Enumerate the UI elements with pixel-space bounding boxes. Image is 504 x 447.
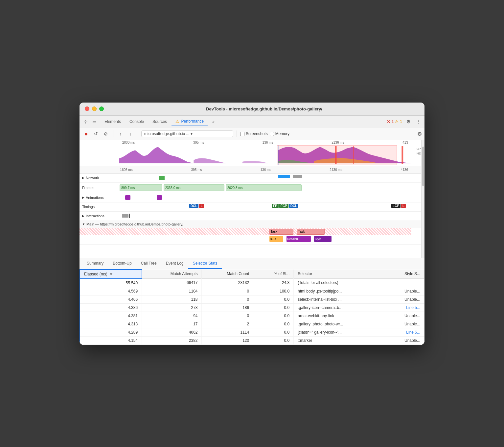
cell-match-att-4: 94 bbox=[142, 312, 202, 320]
table-row: 55.540 66417 23132 24.3 (Totals for all … bbox=[80, 279, 424, 287]
cell-match-cnt-6: 1114 bbox=[202, 328, 253, 336]
tab-selector-stats[interactable]: Selector Stats bbox=[188, 258, 222, 269]
col-style-s[interactable]: Style S... bbox=[384, 270, 424, 279]
settings-gear[interactable]: ⚙ bbox=[417, 131, 422, 137]
close-button[interactable] bbox=[85, 106, 89, 111]
cell-style-3[interactable]: Line 5... bbox=[384, 303, 424, 312]
timeline-scrollbar[interactable] bbox=[421, 140, 424, 258]
cell-style-1: Unable... bbox=[384, 287, 424, 295]
sub-task-1: R...s bbox=[269, 236, 283, 242]
col-match-count[interactable]: Match Count bbox=[202, 270, 253, 279]
ruler-mark-5: 413 bbox=[402, 141, 408, 144]
svg-rect-2 bbox=[401, 146, 403, 164]
devtools-window: DevTools - microsoftedge.github.io/Demos… bbox=[80, 103, 424, 345]
svg-rect-1 bbox=[353, 146, 354, 164]
animations-expand-icon[interactable]: ▶ bbox=[82, 196, 84, 199]
cell-match-att-7: 2382 bbox=[142, 336, 202, 344]
col-elapsed-label: Elapsed (ms) bbox=[84, 272, 107, 276]
minimize-button[interactable] bbox=[92, 106, 97, 111]
cell-style-7: Unable... bbox=[384, 336, 424, 344]
device-toolbar-icon[interactable]: ▭ bbox=[91, 118, 98, 125]
tab-call-tree[interactable]: Call Tree bbox=[136, 258, 161, 269]
window-title: DevTools - microsoftedge.github.io/Demos… bbox=[109, 106, 419, 111]
cell-selector-5: .gallery .photo .photo-wr... bbox=[294, 320, 384, 328]
cell-match-att-5: 17 bbox=[142, 320, 202, 328]
timings-data: DCL L FP FCP DCL LCP L bbox=[119, 202, 424, 211]
memory-checkbox[interactable] bbox=[270, 132, 274, 136]
record-button[interactable]: ● bbox=[82, 130, 90, 138]
settings-icon[interactable]: ⚙ bbox=[405, 118, 412, 125]
table-row: 4.466 118 0 0.0 select:-internal-list-bo… bbox=[80, 295, 424, 303]
url-dropdown-icon: ▾ bbox=[191, 131, 193, 136]
inspect-icon[interactable]: ⊹ bbox=[82, 118, 89, 125]
task-bar-2: Task bbox=[297, 229, 325, 235]
upload-button[interactable]: ↑ bbox=[117, 130, 125, 138]
table-row: 4.289 4062 1114 0.0 [class*=" gallery-ic… bbox=[80, 328, 424, 336]
timings-label-text: Timings bbox=[82, 205, 95, 209]
interactions-expand-icon[interactable]: ▶ bbox=[82, 214, 84, 218]
animations-row: ▶ Animations bbox=[80, 193, 424, 202]
dcl-badge-1: DCL bbox=[189, 204, 199, 208]
ruler-bottom: -1605 ms 395 ms 136 ms 2136 ms 4136 bbox=[80, 166, 424, 174]
tab-summary[interactable]: Summary bbox=[82, 258, 108, 269]
timeline-area: 2000 ms 395 ms 136 ms 2136 ms 413 bbox=[80, 140, 424, 258]
tab-console[interactable]: Console bbox=[126, 117, 148, 126]
animations-data bbox=[119, 193, 424, 202]
toolbar: ● ↺ ⊘ ↑ ↓ microsoftedge.github.io ... ▾ … bbox=[80, 128, 424, 140]
ruler-bottom-marks: -1605 ms 395 ms 136 ms 2136 ms 4136 bbox=[119, 168, 408, 172]
network-expand-icon[interactable]: ▶ bbox=[82, 176, 84, 179]
separator-3 bbox=[237, 130, 237, 137]
cell-pct-3: 0.0 bbox=[253, 303, 294, 312]
tab-bar-right: ✕ 1 ⚠ 1 ⚙ ⋮ bbox=[387, 118, 422, 125]
frame-bar-3: 2620.8 ms bbox=[226, 184, 302, 191]
col-pct[interactable]: % of Sl... bbox=[253, 270, 294, 279]
tab-elements[interactable]: Elements bbox=[101, 117, 125, 126]
ruler-bottom-5: 4136 bbox=[401, 168, 408, 172]
task-bar-1: Task bbox=[269, 229, 294, 235]
main-collapse-icon[interactable]: ▼ bbox=[82, 223, 85, 226]
network-label: ▶ Network bbox=[80, 176, 119, 180]
download-button[interactable]: ↓ bbox=[126, 130, 134, 138]
col-elapsed[interactable]: Elapsed (ms) bbox=[80, 270, 142, 279]
timings-row: Timings DCL L FP FCP DCL LCP L bbox=[80, 202, 424, 212]
ruler-bottom-4: 2136 ms bbox=[330, 168, 342, 172]
interaction-bar bbox=[122, 214, 128, 218]
tabs: Elements Console Sources ⚠ Performance » bbox=[101, 117, 387, 126]
screenshots-checkbox[interactable] bbox=[240, 132, 244, 136]
cell-elapsed-5: 4.313 bbox=[80, 320, 142, 328]
maximize-button[interactable] bbox=[99, 106, 104, 111]
tab-more[interactable]: » bbox=[208, 117, 218, 126]
cell-elapsed-0: 55.540 bbox=[80, 279, 142, 287]
table-row: 4.313 17 2 0.0 .gallery .photo .photo-wr… bbox=[80, 320, 424, 328]
refresh-button[interactable]: ↺ bbox=[92, 130, 100, 138]
cell-pct-7: 0.0 bbox=[253, 336, 294, 344]
lcp-badge: LCP bbox=[391, 204, 401, 208]
tab-bar-controls: ⊹ ▭ bbox=[82, 118, 98, 125]
cell-match-att-2: 118 bbox=[142, 295, 202, 303]
table-row: 4.386 278 186 0.0 .gallery-icon--camera:… bbox=[80, 303, 424, 312]
ruler-bottom-1: -1605 ms bbox=[119, 168, 133, 172]
cell-match-cnt-5: 2 bbox=[202, 320, 253, 328]
fp-badge: FP bbox=[272, 204, 279, 208]
more-options-icon[interactable]: ⋮ bbox=[415, 118, 422, 125]
cpu-chart bbox=[119, 145, 411, 165]
tab-bottom-up[interactable]: Bottom-Up bbox=[108, 258, 136, 269]
table-row: 4.154 2382 120 0.0 ::marker Unable... bbox=[80, 336, 424, 344]
cell-style-6[interactable]: Line 5... bbox=[384, 328, 424, 336]
tab-event-log[interactable]: Event Log bbox=[161, 258, 188, 269]
url-field[interactable]: microsoftedge.github.io ... ▾ bbox=[141, 130, 233, 137]
main-bg-hatch bbox=[80, 228, 411, 235]
cell-style-0 bbox=[384, 279, 424, 287]
clear-button[interactable]: ⊘ bbox=[102, 130, 110, 138]
tab-performance[interactable]: ⚠ Performance bbox=[172, 117, 208, 126]
cell-match-cnt-3: 186 bbox=[202, 303, 253, 312]
url-text: microsoftedge.github.io ... bbox=[144, 131, 189, 136]
timing-group-2: FP FCP DCL bbox=[272, 204, 299, 208]
sub-task-3: Style bbox=[314, 236, 332, 242]
cell-elapsed-3: 4.386 bbox=[80, 303, 142, 312]
tab-sources[interactable]: Sources bbox=[149, 117, 171, 126]
col-match-attempts[interactable]: Match Attempts bbox=[142, 270, 202, 279]
tab-performance-label: Performance bbox=[181, 119, 204, 124]
cell-elapsed-6: 4.289 bbox=[80, 328, 142, 336]
l-badge-1: L bbox=[199, 204, 204, 208]
